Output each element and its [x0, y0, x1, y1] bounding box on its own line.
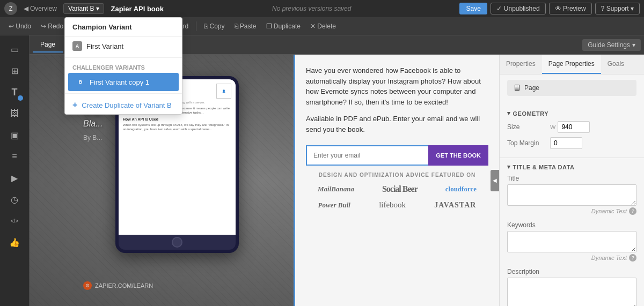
size-row: Size W: [507, 121, 636, 133]
logo-mailbanana: MailBanana: [318, 185, 354, 193]
left-sidebar: ▭ ⊞ T 🖼 ▣ ≡ ▶ ◷ </> 👍: [0, 35, 30, 306]
sidebar-form-icon[interactable]: ≡: [5, 147, 24, 166]
sidebar-widget-icon[interactable]: ▣: [5, 125, 24, 145]
zapier-logo: ⚙ ZAPIER.COM/LEARN: [83, 281, 153, 290]
description-label: Description: [507, 268, 636, 275]
overview-btn[interactable]: ◀ Overview: [19, 3, 61, 14]
keywords-dynamic: Dynamic Text ?: [507, 254, 636, 262]
page-title: Zapier API book: [111, 5, 163, 13]
geometry-title: ▾ GEOMETRY: [507, 110, 636, 117]
email-form: GET THE BOOK: [306, 145, 488, 166]
meta-section: ▾ TITLE & META DATA Title Dynamic Text ?…: [500, 158, 644, 306]
duplicate-button[interactable]: ❐ Duplicate: [262, 21, 305, 32]
dropdown-champion-header: Champion Variant: [65, 18, 182, 37]
dropdown-divider: [65, 57, 182, 58]
title-dynamic: Dynamic Text ?: [507, 207, 636, 215]
toolbar-sep-2: [196, 21, 196, 31]
keywords-row: Keywords Dynamic Text ?: [507, 221, 636, 262]
top-bar: Z ◀ Overview Variant B ▾ Zapier API book…: [0, 0, 644, 17]
pdf-text: Available in PDF and ePub. Enter your em…: [306, 114, 488, 135]
canvas-right-content: Have you ever wondered how Facebook is a…: [295, 55, 499, 306]
title-input[interactable]: [507, 184, 636, 206]
dropdown-first-variant[interactable]: A First Variant: [65, 37, 182, 55]
geometry-section: ▾ GEOMETRY Size W Top Margin: [500, 106, 644, 158]
paste-button[interactable]: ⎗ Paste: [230, 21, 261, 32]
logos-row-2: Power Bull lifebook JAVASTAR: [306, 200, 488, 210]
sidebar-image-icon[interactable]: ⊞: [5, 61, 24, 80]
size-inputs: W: [550, 121, 590, 133]
size-label: Size: [507, 123, 550, 131]
guide-settings-button[interactable]: Guide Settings ▾: [582, 39, 641, 51]
margin-inputs: [550, 137, 582, 149]
zapier-gear-icon: ⚙: [83, 281, 92, 290]
logo-socialbeer: Social Beer: [382, 184, 418, 194]
description-input[interactable]: [507, 278, 636, 306]
logo-lifebook: lifebook: [379, 200, 406, 210]
keywords-label: Keywords: [507, 221, 636, 229]
logo-powerbull: Power Bull: [318, 201, 350, 210]
featured-label: DESIGN AND OPTIMIZATION ADVICE FEATURED …: [306, 172, 488, 178]
undo-button[interactable]: ↩ Undo: [4, 21, 35, 32]
page-badge: 🖥 Page: [507, 80, 636, 96]
tablet-home-button: [172, 237, 182, 248]
book-description: Have you ever wondered how Facebook is a…: [306, 65, 488, 107]
logo-cloudforce: cloudforce: [445, 185, 477, 193]
sidebar-video-icon[interactable]: ▶: [5, 168, 24, 188]
dropdown-add-variant[interactable]: + Create Duplicate of Variant B: [65, 96, 182, 114]
version-status: No previous versions saved: [166, 5, 458, 12]
sidebar-code-icon[interactable]: </>: [5, 211, 24, 230]
variant-selector[interactable]: Variant B ▾: [63, 3, 104, 14]
title-label: Title: [507, 175, 636, 182]
accent-line: [294, 55, 295, 306]
support-button[interactable]: ? Support ▾: [595, 3, 640, 14]
top-margin-row: Top Margin: [507, 137, 636, 149]
email-input[interactable]: [306, 145, 428, 166]
variant-dropdown: Champion Variant A First Variant Challen…: [64, 17, 182, 115]
description-row: Description Dynamic Text ?: [507, 268, 636, 306]
copy-button[interactable]: ⎘ Copy: [200, 21, 229, 32]
title-row: Title Dynamic Text ?: [507, 175, 636, 215]
canvas-byline: By B...: [83, 134, 102, 141]
meta-title: ▾ TITLE & META DATA: [507, 163, 636, 170]
redo-button[interactable]: ↪ Redo: [36, 21, 68, 32]
scroll-arrow[interactable]: ◀: [491, 170, 499, 191]
width-input[interactable]: [558, 121, 590, 133]
preview-button[interactable]: 👁 Preview: [549, 3, 592, 14]
logo-javastar: JAVASTAR: [434, 201, 476, 210]
tab-page[interactable]: Page: [33, 38, 63, 53]
title-help-icon[interactable]: ?: [629, 207, 636, 215]
tab-goals[interactable]: Goals: [601, 55, 631, 74]
dropdown-divider-2: [65, 93, 182, 94]
width-label: W: [550, 124, 555, 130]
top-bar-actions: Save ✓ Unpublished 👁 Preview ? Support ▾: [459, 3, 640, 14]
sidebar-text-icon[interactable]: T: [5, 83, 24, 102]
variant-a-icon: A: [72, 41, 82, 51]
tab-page-properties[interactable]: Page Properties: [542, 55, 601, 74]
tab-properties[interactable]: Properties: [500, 55, 542, 74]
save-button[interactable]: Save: [459, 3, 487, 14]
page-type-icon: 🖥: [513, 83, 521, 93]
sidebar-social-icon[interactable]: 👍: [5, 233, 24, 252]
app-logo[interactable]: Z: [4, 2, 17, 15]
challengers-title: Challenger Variants: [65, 60, 182, 73]
logos-row-1: MailBanana Social Beer cloudforce: [306, 184, 488, 194]
keywords-input[interactable]: [507, 231, 636, 252]
top-margin-input[interactable]: [550, 137, 582, 149]
sidebar-photo-icon[interactable]: 🖼: [5, 104, 24, 123]
keywords-help-icon[interactable]: ?: [629, 254, 636, 262]
right-panel: Properties Page Properties Goals 🖥 Page …: [499, 55, 644, 306]
sidebar-page-icon[interactable]: ▭: [5, 40, 24, 59]
variant-b-icon: B: [76, 77, 85, 87]
page-badge-section: 🖥 Page: [500, 74, 644, 106]
panel-tabs: Properties Page Properties Goals: [500, 55, 644, 74]
sidebar-timer-icon[interactable]: ◷: [5, 190, 24, 209]
delete-button[interactable]: ✕ Delete: [306, 21, 340, 32]
unpublished-button[interactable]: ✓ Unpublished: [491, 3, 546, 14]
get-book-button[interactable]: GET THE BOOK: [428, 145, 488, 166]
canvas-subtext: Bla...: [83, 119, 103, 129]
top-margin-label: Top Margin: [507, 139, 550, 147]
dropdown-active-variant[interactable]: B First Variant copy 1: [68, 73, 179, 91]
